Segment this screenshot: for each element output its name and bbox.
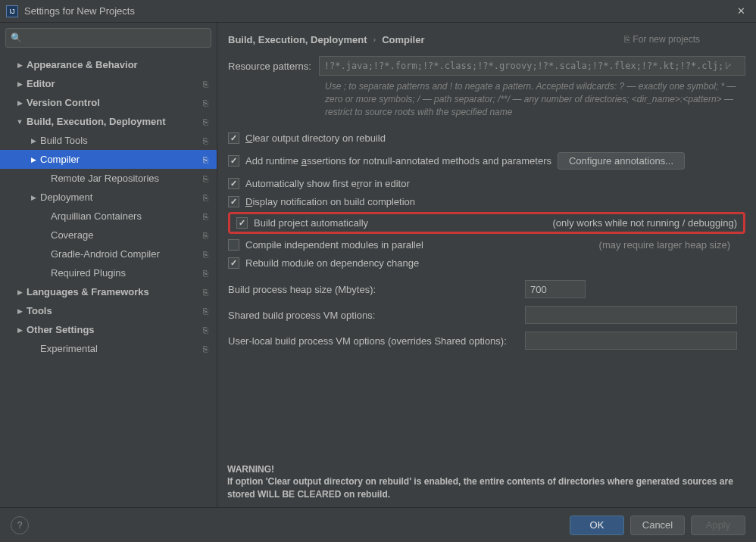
clear-output-label: Clear output directory on rebuild — [245, 132, 386, 144]
tree-item[interactable]: Gradle-Android Compiler⎘ — [0, 245, 217, 263]
copy-icon: ⎘ — [200, 325, 211, 335]
build-auto-checkbox[interactable] — [236, 217, 248, 229]
copy-icon: ⎘ — [200, 287, 211, 297]
settings-search[interactable]: 🔍 — [5, 28, 211, 48]
tree-item[interactable]: Required Plugins⎘ — [0, 263, 217, 282]
tree-item-label: Deployment — [40, 192, 200, 203]
warning-title: WARNING! — [227, 463, 741, 476]
copy-icon: ⎘ — [200, 230, 211, 241]
copy-icon: ⎘ — [200, 79, 211, 89]
help-button[interactable]: ? — [11, 516, 29, 534]
build-auto-label: Build project automatically — [254, 217, 368, 229]
compile-parallel-label: Compile independent modules in parallel — [245, 239, 423, 251]
tree-item[interactable]: ▶Build Tools⎘ — [0, 131, 217, 150]
compile-parallel-checkbox[interactable] — [228, 239, 239, 251]
titlebar: IJ Settings for New Projects ✕ — [0, 0, 756, 23]
tree-item-label: Coverage — [51, 229, 200, 241]
tree-item[interactable]: ▼Build, Execution, Deployment⎘ — [0, 112, 217, 131]
arrow-icon: ▶ — [29, 156, 38, 164]
tree-item-label: Compiler — [40, 154, 200, 165]
apply-button[interactable]: Apply — [691, 516, 745, 535]
copy-icon: ⎘ — [200, 249, 211, 260]
tree-item[interactable]: Remote Jar Repositories⎘ — [0, 169, 217, 188]
main-panel: Build, Execution, Deployment › Compiler … — [217, 23, 756, 507]
copy-icon: ⎘ — [200, 173, 211, 184]
build-auto-highlight: Build project automatically (only works … — [228, 212, 745, 234]
build-auto-hint: (only works while not running / debuggin… — [552, 217, 737, 229]
user-row: User-local build process VM options (ove… — [228, 328, 745, 354]
search-icon: 🔍 — [11, 33, 22, 43]
tree-item[interactable]: ▶Deployment⎘ — [0, 188, 217, 207]
shared-input[interactable] — [525, 306, 737, 324]
warning: WARNING! If option 'Clear output directo… — [227, 463, 741, 501]
configure-annotations-button[interactable]: Configure annotations... — [558, 152, 685, 170]
arrow-icon: ▶ — [15, 80, 24, 88]
tree-item[interactable]: ▶Compiler⎘ — [0, 150, 217, 169]
tree-item-label: Build, Execution, Deployment — [27, 116, 200, 127]
arrow-icon: ▶ — [15, 307, 24, 315]
heap-label: Build process heap size (Mbytes): — [228, 284, 516, 295]
resource-patterns-row: Resource patterns: ⤢ — [228, 56, 745, 76]
heap-row: Build process heap size (Mbytes): — [228, 276, 745, 302]
tree-item-label: Editor — [27, 78, 200, 89]
clear-output-checkbox[interactable] — [228, 132, 239, 144]
display-notif-checkbox[interactable] — [228, 196, 239, 207]
sidebar: 🔍 ▶Appearance & Behavior▶Editor⎘▶Version… — [0, 23, 217, 507]
heap-input[interactable] — [525, 280, 586, 298]
close-icon[interactable]: ✕ — [732, 5, 750, 17]
tree-item[interactable]: ▶Version Control⎘ — [0, 93, 217, 112]
app-icon: IJ — [6, 5, 18, 17]
crumb-page: Compiler — [382, 34, 424, 45]
tree-item[interactable]: ▶Editor⎘ — [0, 74, 217, 93]
copy-icon: ⎘ — [200, 268, 211, 279]
add-runtime-row: Add runtime assertions for notnull-annot… — [228, 151, 745, 170]
scope-note: ⎘ For new projects — [624, 34, 700, 45]
search-input[interactable] — [25, 33, 206, 44]
auto-first-row: Automatically show first error in editor — [228, 174, 745, 192]
add-runtime-checkbox[interactable] — [228, 155, 239, 167]
arrow-icon: ▶ — [15, 288, 24, 296]
ok-button[interactable]: OK — [570, 516, 624, 535]
tree-item[interactable]: Arquillian Containers⎘ — [0, 207, 217, 226]
tree-item-label: Other Settings — [27, 324, 200, 335]
copy-icon: ⎘ — [624, 34, 629, 45]
tree-item-label: Required Plugins — [51, 267, 200, 279]
tree-item-label: Languages & Frameworks — [27, 286, 200, 297]
tree-item-label: Remote Jar Repositories — [51, 173, 200, 184]
tree-item[interactable]: ▶Appearance & Behavior — [0, 55, 217, 74]
tree-item[interactable]: ▶Other Settings⎘ — [0, 320, 217, 339]
tree-item-label: Version Control — [27, 97, 200, 108]
copy-icon: ⎘ — [200, 192, 211, 203]
tree-item-label: Experimental — [40, 343, 200, 354]
rebuild-dep-checkbox[interactable] — [228, 257, 239, 269]
warning-body: If option 'Clear output directory on reb… — [227, 475, 741, 501]
tree-item[interactable]: Experimental⎘ — [0, 339, 217, 358]
tree-item-label: Tools — [27, 305, 200, 316]
arrow-icon: ▶ — [29, 137, 38, 145]
add-runtime-label: Add runtime assertions for notnull-annot… — [245, 155, 551, 167]
tree-item[interactable]: ▶Languages & Frameworks⎘ — [0, 282, 217, 301]
resource-patterns-input[interactable] — [319, 56, 745, 76]
copy-icon: ⎘ — [200, 306, 211, 316]
settings-tree[interactable]: ▶Appearance & Behavior▶Editor⎘▶Version C… — [0, 53, 217, 507]
footer: ? OK Cancel Apply — [0, 507, 756, 542]
clear-output-row: Clear output directory on rebuild — [228, 129, 745, 147]
expand-icon[interactable]: ⤢ — [725, 61, 732, 71]
user-label: User-local build process VM options (ove… — [228, 335, 516, 347]
arrow-icon: ▼ — [15, 118, 24, 126]
resource-help: Use ; to separate patterns and ! to nega… — [325, 80, 745, 118]
copy-icon: ⎘ — [200, 117, 211, 127]
chevron-right-icon: › — [373, 35, 376, 44]
crumb-section: Build, Execution, Deployment — [228, 34, 367, 45]
shared-label: Shared build process VM options: — [228, 310, 516, 321]
arrow-icon: ▶ — [15, 99, 24, 107]
compile-parallel-row: Compile independent modules in parallel … — [228, 235, 745, 254]
resource-label: Resource patterns: — [228, 61, 311, 72]
breadcrumb: Build, Execution, Deployment › Compiler … — [228, 23, 745, 56]
cancel-button[interactable]: Cancel — [630, 516, 685, 535]
user-input[interactable] — [525, 332, 737, 350]
arrow-icon: ▶ — [15, 326, 24, 334]
auto-first-checkbox[interactable] — [228, 178, 239, 189]
tree-item[interactable]: ▶Tools⎘ — [0, 301, 217, 320]
tree-item[interactable]: Coverage⎘ — [0, 226, 217, 245]
